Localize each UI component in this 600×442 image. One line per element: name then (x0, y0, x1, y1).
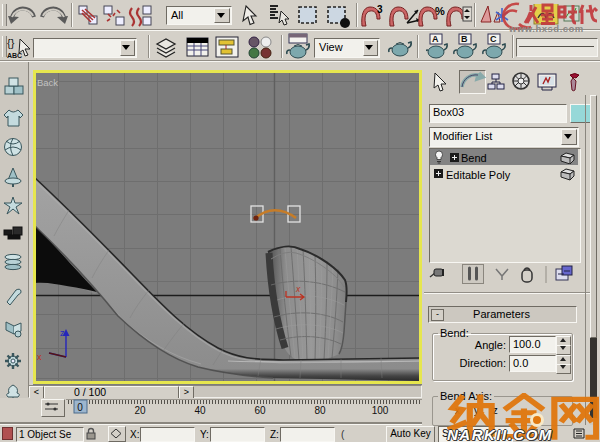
svg-text:60: 60 (254, 405, 266, 416)
svg-text:z: z (60, 328, 65, 338)
svg-text:100: 100 (372, 405, 389, 416)
svg-text:x: x (295, 284, 301, 294)
svg-text:A: A (432, 34, 439, 44)
svg-text:%: % (435, 5, 445, 17)
svg-text:www.hxsd.com: www.hxsd.com (508, 23, 584, 34)
svg-text:ABC: ABC (7, 52, 22, 59)
svg-text:Back: Back (37, 77, 58, 88)
svg-text:0: 0 (77, 402, 83, 413)
svg-text:B: B (461, 34, 468, 44)
svg-text:40: 40 (194, 405, 206, 416)
svg-text:3: 3 (377, 4, 383, 15)
svg-text:20: 20 (134, 405, 146, 416)
svg-text:C: C (490, 34, 497, 44)
svg-text:{}: {} (7, 37, 15, 49)
svg-text:80: 80 (314, 405, 326, 416)
svg-text:x: x (37, 352, 42, 362)
